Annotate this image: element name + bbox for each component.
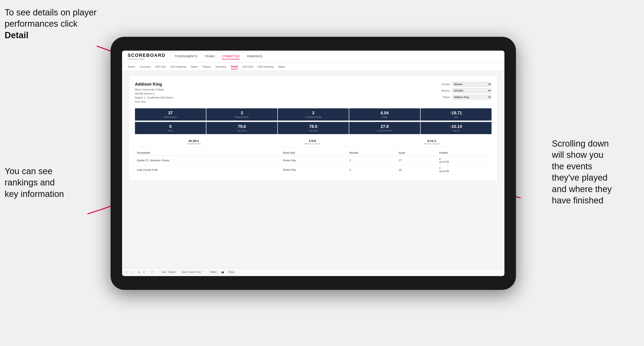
- col-tournament: Tournament: [135, 150, 281, 156]
- player-label: Player: [436, 96, 450, 98]
- subnav-players[interactable]: Players: [202, 64, 211, 69]
- share-btn[interactable]: Share: [227, 270, 236, 274]
- gender-label: Gender: [436, 83, 450, 86]
- stat-box: 0Wins: [135, 122, 206, 134]
- subnav-teams[interactable]: Teams: [128, 64, 135, 69]
- stat-box: -19.71SoS: [420, 108, 492, 121]
- subnav-matrix2[interactable]: Matrix: [278, 64, 285, 69]
- cell-score: 16: [397, 165, 437, 174]
- cell-event-type: Stroke Play: [281, 165, 348, 174]
- player-header: Addison King Mesa Community College NJCA…: [135, 82, 492, 104]
- cell-tournament: Estella CC- Mountain Classic: [135, 156, 281, 165]
- records-row: 91-20-1Overall Record1-5-0Record vs top …: [135, 137, 492, 148]
- top-nav: SCOREBOARD Powered by clippd TOURNAMENTS…: [122, 51, 504, 63]
- toolbar-redo: ↪: [130, 271, 132, 273]
- division-control: Division NJCAA I: [436, 88, 492, 93]
- cell-tournament: Lady Coyote Invite: [135, 165, 281, 174]
- stat-box: -10.14Avg SG: [420, 122, 492, 134]
- toolbar-icon2: ⊗: [143, 271, 145, 273]
- annotation-bottomleft: You can see rankings and key information: [4, 166, 92, 200]
- division-select[interactable]: NJCAA I: [452, 88, 492, 93]
- subnav-detail[interactable]: Detail: [231, 64, 238, 69]
- save-custom-btn[interactable]: Save Custom View: [180, 270, 202, 274]
- stat-box: 3Conference Rank: [278, 108, 349, 121]
- col-position: Position: [437, 150, 492, 156]
- stats-row-2: 0Wins79.6Avg Score78.5Adj Score27.8Avg S…: [135, 122, 492, 134]
- player-year: First Year: [135, 100, 173, 104]
- tablet: SCOREBOARD Powered by clippd TOURNAMENTS…: [110, 37, 516, 290]
- player-select[interactable]: Addison King: [452, 95, 492, 99]
- cell-rounds: 2: [348, 156, 397, 165]
- top-nav-links: TOURNAMENTS TEAMS COMMITTEE RANKINGS: [174, 54, 262, 59]
- toolbar-sep1: |: [135, 271, 136, 273]
- view-original-btn[interactable]: View: Original: [160, 270, 177, 274]
- record-item: 91-20-1Overall Record: [187, 139, 200, 145]
- annotation-bottomright: Scrolling down will show you the events …: [552, 138, 640, 206]
- subnav-h2h-heatmap[interactable]: H2H Heatmap: [170, 64, 186, 69]
- player-college: Mesa Community College: [135, 88, 173, 92]
- watch-btn[interactable]: Watch: [209, 270, 218, 274]
- stat-box: 37National Rank: [135, 108, 206, 121]
- content-card: Addison King Mesa Community College NJCA…: [130, 76, 497, 180]
- cell-event-type: Stroke Play: [281, 156, 348, 165]
- tournament-table: Tournament Event Type Rounds Score Posit…: [135, 150, 492, 174]
- table-row: Lady Coyote Invite Stroke Play 2 16 7 ou…: [135, 165, 492, 174]
- logo-scoreboard: SCOREBOARD: [128, 53, 166, 58]
- gender-control: Gender Women: [436, 82, 492, 86]
- toolbar-icon3: 📺: [221, 271, 224, 273]
- player-name: Addison King: [135, 82, 173, 87]
- logo-powered: Powered by clippd: [128, 58, 166, 60]
- nav-rankings[interactable]: RANKINGS: [247, 54, 262, 59]
- record-item: 1-5-0Record vs top 25: [304, 139, 320, 145]
- cell-position: 7 out of 20: [437, 165, 492, 174]
- stat-box: 27.8Avg Score to Par: [349, 122, 420, 134]
- player-region: Region 1 - Southwest (18) District: [135, 96, 173, 100]
- player-info: Addison King Mesa Community College NJCA…: [135, 82, 173, 104]
- subnav-summary[interactable]: Summary: [140, 64, 150, 69]
- tablet-screen: SCOREBOARD Powered by clippd TOURNAMENTS…: [122, 51, 504, 276]
- nav-teams[interactable]: TEAMS: [204, 54, 215, 59]
- toolbar-icon1: ⊕: [138, 271, 140, 273]
- bottom-toolbar: ↩ ↪ | ⊕ ⊗ | 🕐 | View: Original Save Cust…: [122, 268, 504, 276]
- toolbar-clock: 🕐: [151, 271, 154, 273]
- subnav-h2h-grid[interactable]: H2H Grid: [155, 64, 166, 69]
- stats-row-1: 37National Rank3Regional Rank3Conference…: [135, 108, 492, 121]
- toolbar-sep2: |: [148, 271, 148, 273]
- subnav-matrix[interactable]: Matrix: [191, 64, 198, 69]
- col-event-type: Event Type: [281, 150, 348, 156]
- subnav-h2h-grid2[interactable]: H2H Grid: [242, 64, 253, 69]
- stat-box: 3Regional Rank: [206, 108, 277, 121]
- cell-position: 4 out of 20: [437, 156, 492, 165]
- stat-box: 78.5Adj Score: [278, 122, 349, 134]
- stat-box: 79.6Avg Score: [206, 122, 277, 134]
- annotation-topleft: To see details on player performances cl…: [4, 7, 101, 41]
- toolbar-sep3: |: [156, 271, 157, 273]
- sub-nav: Teams Summary H2H Grid H2H Heatmap Matri…: [122, 63, 504, 71]
- col-score: Score: [397, 150, 437, 156]
- gender-select[interactable]: Women: [452, 82, 492, 86]
- toolbar-undo: ↩: [126, 271, 128, 273]
- table-row: Estella CC- Mountain Classic Stroke Play…: [135, 156, 492, 165]
- logo-area: SCOREBOARD Powered by clippd: [128, 53, 166, 60]
- player-control: Player Addison King: [436, 95, 492, 99]
- cell-score: 17: [397, 156, 437, 165]
- record-item: 5-11-1Record vs top 50: [424, 139, 440, 145]
- player-division: NJCAA Division 1: [135, 92, 173, 96]
- nav-tournaments[interactable]: TOURNAMENTS: [174, 54, 197, 59]
- main-content[interactable]: Addison King Mesa Community College NJCA…: [122, 71, 504, 268]
- subnav-summary2[interactable]: Summary: [216, 64, 226, 69]
- division-label: Division: [436, 89, 450, 92]
- stat-box: 6.04Points: [349, 108, 420, 121]
- col-rounds: Rounds: [348, 150, 397, 156]
- subnav-h2h-heatmap2[interactable]: H2H Heatmap: [258, 64, 274, 69]
- cell-rounds: 2: [348, 165, 397, 174]
- player-controls: Gender Women Division NJCAA I: [436, 82, 492, 104]
- nav-committee[interactable]: COMMITTEE: [222, 54, 240, 59]
